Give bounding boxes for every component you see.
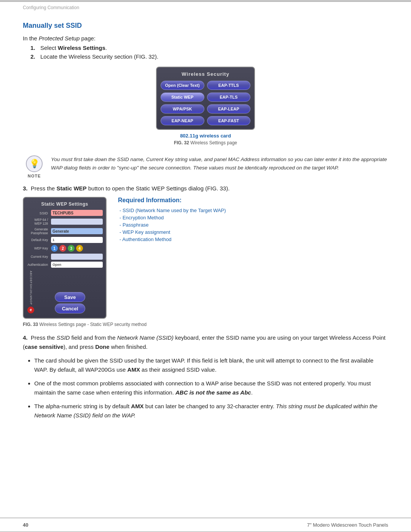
req-item-passphrase: Passphrase — [118, 222, 388, 228]
swp-key-3[interactable]: 3 — [68, 245, 75, 252]
header-label: Configuring Communication — [0, 2, 411, 10]
ws-btn-eap-tls[interactable]: EAP-TLS — [207, 93, 251, 102]
section-title: Manually set SSID — [23, 22, 388, 30]
swp-label-default-key: Default Key — [27, 238, 49, 242]
swp-key-2[interactable]: 2 — [59, 245, 66, 252]
step-2: 2. Locate the Wireless Security section … — [30, 53, 388, 60]
ws-buttons-grid: Open (Clear Text) EAP-TTLS Static WEP EA… — [161, 81, 250, 125]
swp-row-ssid: SSID TECHPUBS — [27, 210, 103, 216]
req-title: Required Information: — [118, 197, 388, 204]
step4-text: 4. Press the SSID field and from the Net… — [23, 333, 388, 351]
note-bulb-icon: 💡 — [26, 155, 43, 172]
page-container: Configuring Communication Manually set S… — [0, 0, 411, 532]
req-list: SSID (Network Name used by the Target WA… — [118, 208, 388, 242]
swp-row-default-key: Default Key 1 — [27, 237, 103, 243]
swp-label-ssid: SSID — [27, 211, 49, 215]
note-icon-area: 💡 NOTE — [23, 155, 46, 178]
req-item-encryption: Encryption Method — [118, 215, 388, 220]
req-item-auth: Authentication Method — [118, 236, 388, 242]
required-info-box: Required Information: SSID (Network Name… — [118, 197, 388, 244]
figure-33-container: Static WEP Settings SSID TECHPUBS WEP 64… — [23, 197, 388, 319]
swp-row-generate: GeneratePassphrase Generate — [27, 227, 103, 235]
swp-label-generate: GeneratePassphrase — [27, 227, 49, 235]
step-2-num: 2. — [30, 53, 37, 60]
req-item-wep-key: WEP Key assignment — [118, 229, 388, 235]
swp-abc-text: ABCDEFGHIJKLMNOP — [30, 271, 32, 305]
swp-label-wep: WEP 64 /WEP 128 — [27, 218, 49, 225]
bullet-item-3: The alpha-numeric string is by default A… — [34, 402, 388, 420]
swp-field-ssid[interactable]: TECHPUBS — [51, 210, 103, 216]
ws-btn-eap-fast[interactable]: EAP-FAST — [207, 116, 251, 125]
swp-key-4[interactable]: 4 — [76, 245, 83, 252]
swp-save-button[interactable]: Save — [55, 292, 85, 302]
footer-title: 7" Modero Widescreen Touch Panels — [307, 522, 388, 528]
ws-panel-title: Wireless Security — [161, 71, 250, 77]
swp-field-generate[interactable]: Generate — [51, 228, 103, 234]
fig32-label: FIG. 32 Wireless Settings page — [174, 140, 237, 145]
static-wep-panel: Static WEP Settings SSID TECHPUBS WEP 64… — [23, 197, 107, 319]
swp-buttons-area: Save Cancel — [37, 290, 103, 313]
note-text: You must first take down the SSID name, … — [51, 155, 388, 172]
swp-field-current-key[interactable] — [51, 254, 103, 260]
step3-text: 3. Press the Static WEP button to open t… — [23, 185, 388, 192]
step-2-text: Locate the Wireless Security section (FI… — [40, 53, 158, 60]
content: Manually set SSID In the Protected Setup… — [0, 10, 411, 440]
bullet-list: The card should be given the SSID used b… — [34, 356, 388, 420]
fig33-caption: FIG. 33 Wireless Settings page - Static … — [23, 322, 388, 327]
footer-bar: 40 7" Modero Widescreen Touch Panels — [0, 518, 411, 531]
swp-keys: 1 2 3 4 — [51, 245, 83, 252]
note-box: 💡 NOTE You must first take down the SSID… — [23, 155, 388, 178]
step-list: 1. Select Wireless Settings. 2. Locate t… — [30, 45, 388, 60]
figure-32-container: Wireless Security Open (Clear Text) EAP-… — [23, 67, 388, 149]
ws-btn-eap-leap[interactable]: EAP-LEAP — [207, 104, 251, 113]
swp-row-current-key: Current Key — [27, 254, 103, 260]
swp-title: Static WEP Settings — [27, 201, 103, 207]
swp-row-auth: Authentication Open — [27, 262, 103, 268]
ws-btn-static-wep[interactable]: Static WEP — [161, 93, 204, 102]
swp-row-wep: WEP 64 /WEP 128 — [27, 218, 103, 225]
swp-bottom-row: ABCDEFGHIJKLMNOP e Save Cancel — [27, 271, 103, 313]
note-label: NOTE — [28, 174, 41, 178]
footer-page-num: 40 — [23, 522, 28, 528]
swp-field-auth[interactable]: Open — [51, 262, 103, 268]
ws-btn-open[interactable]: Open (Clear Text) — [161, 81, 204, 90]
bullet-item-1: The card should be given the SSID used b… — [34, 356, 388, 374]
swp-key-1[interactable]: 1 — [51, 245, 58, 252]
ws-btn-eap-ttls[interactable]: EAP-TTLS — [207, 81, 251, 90]
ws-btn-eap-neap[interactable]: EAP-NEAP — [161, 116, 204, 125]
swp-left-icons: ABCDEFGHIJKLMNOP e — [27, 271, 35, 313]
swp-label-wep-key: WEP Key — [27, 246, 49, 250]
swp-label-auth: Authentication — [27, 263, 49, 267]
intro-text: In the Protected Setup page: — [23, 35, 388, 42]
step-1: 1. Select Wireless Settings. — [30, 45, 388, 51]
swp-bluetooth-icon: e — [27, 307, 34, 313]
req-item-ssid: SSID (Network Name used by the Target WA… — [118, 208, 388, 213]
bullet-item-2: One of the most common problems associat… — [34, 379, 388, 397]
swp-field-wep[interactable] — [51, 219, 103, 225]
swp-row-wep-key: WEP Key 1 2 3 4 — [27, 245, 103, 252]
step-1-num: 1. — [30, 45, 37, 51]
step-1-text: Select Wireless Settings. — [40, 45, 107, 51]
static-wep-panel-wrapper: Static WEP Settings SSID TECHPUBS WEP 64… — [23, 197, 107, 319]
swp-cancel-button[interactable]: Cancel — [55, 304, 85, 313]
wireless-security-panel: Wireless Security Open (Clear Text) EAP-… — [156, 67, 255, 130]
swp-field-default-key[interactable]: 1 — [51, 237, 103, 243]
ws-btn-wpa-psk[interactable]: WPA/PSK — [161, 104, 204, 113]
swp-label-current-key: Current Key — [27, 255, 49, 259]
fig32-caption-bold: 802.11g wireless card — [180, 133, 231, 139]
